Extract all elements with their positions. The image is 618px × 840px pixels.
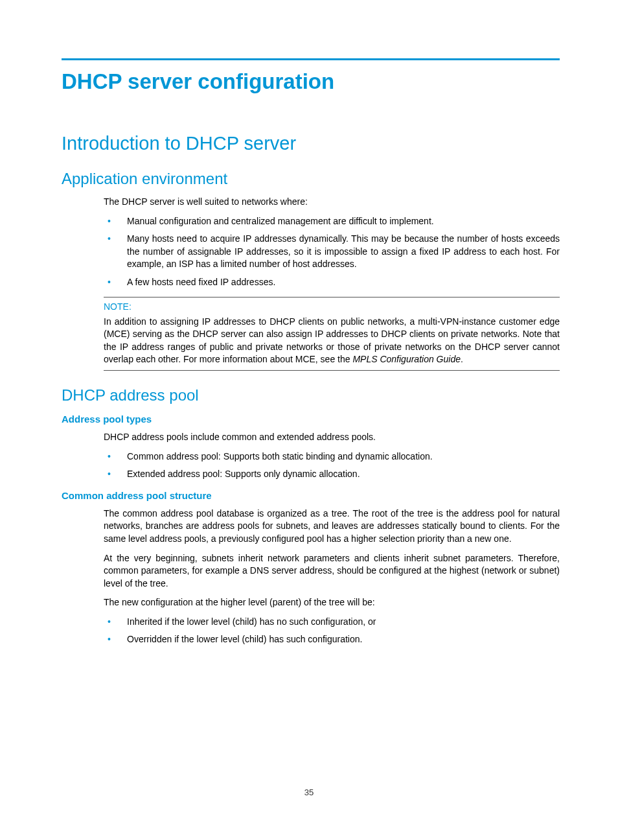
bullets-pool-types: Common address pool: Supports both stati… — [104, 450, 560, 481]
list-item: Common address pool: Supports both stati… — [104, 450, 560, 463]
document-page: DHCP server configuration Introduction t… — [0, 0, 618, 840]
note-label: NOTE: — [104, 301, 560, 312]
note-box: NOTE: In addition to assigning IP addres… — [104, 297, 560, 371]
bullets-struct: Inherited if the lower level (child) has… — [104, 616, 560, 646]
note-body-prefix: In addition to assigning IP addresses to… — [104, 316, 560, 365]
note-body-italic: MPLS Configuration Guide — [352, 354, 461, 364]
bullets-app-env: Manual configuration and centralized man… — [104, 215, 560, 289]
list-item: Extended address pool: Supports only dyn… — [104, 468, 560, 481]
section-intro: Introduction to DHCP server — [62, 133, 560, 154]
list-item: Manual configuration and centralized man… — [104, 215, 560, 228]
note-body-suffix: . — [461, 354, 463, 364]
paragraph-intro: The DHCP server is well suited to networ… — [104, 196, 560, 209]
paragraph-struct-2: At the very beginning, subnets inherit n… — [104, 552, 560, 590]
list-item: A few hosts need fixed IP addresses. — [104, 276, 560, 289]
list-item: Many hosts need to acquire IP addresses … — [104, 233, 560, 271]
page-title: DHCP server configuration — [62, 69, 560, 94]
list-item: Overridden if the lower level (child) ha… — [104, 633, 560, 646]
paragraph-struct-3: The new configuration at the higher leve… — [104, 596, 560, 609]
subsubsection-pool-types: Address pool types — [62, 414, 560, 425]
subsection-app-env: Application environment — [62, 170, 560, 188]
subsubsection-common-structure: Common address pool structure — [62, 490, 560, 501]
paragraph-struct-1: The common address pool database is orga… — [104, 508, 560, 546]
page-number: 35 — [0, 788, 618, 797]
title-rule — [62, 58, 560, 60]
note-body: In addition to assigning IP addresses to… — [104, 316, 560, 366]
list-item: Inherited if the lower level (child) has… — [104, 616, 560, 629]
subsection-pool: DHCP address pool — [62, 386, 560, 404]
paragraph-pool-types: DHCP address pools include common and ex… — [104, 431, 560, 444]
